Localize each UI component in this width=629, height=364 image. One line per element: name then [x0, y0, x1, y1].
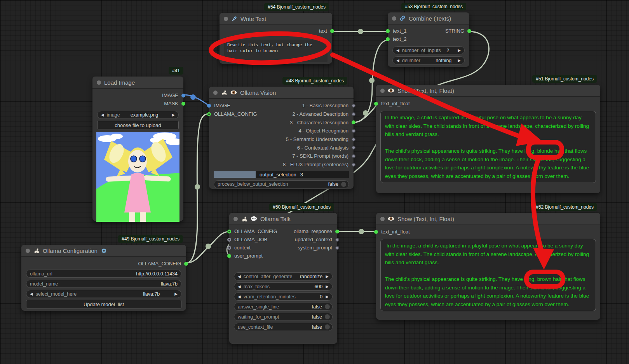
node-titlebar[interactable]: Load Image: [92, 77, 183, 88]
widget-label: number_of_inputs: [402, 48, 441, 53]
input-port-text2[interactable]: [386, 37, 390, 41]
output-port-image[interactable]: [181, 94, 185, 98]
widget-label: control_after_generate: [244, 274, 293, 279]
decrement-arrow-icon[interactable]: [396, 49, 399, 52]
choose-file-button[interactable]: choose file to upload: [97, 121, 179, 129]
max-tokens-widget[interactable]: max_tokens 600: [234, 282, 333, 291]
node-badge: #52 Bjornulf_custom_nodes: [532, 203, 597, 211]
node-graph-canvas[interactable]: #54 Bjornulf_custom_nodes Write Text tex…: [0, 0, 629, 364]
input-label: context: [234, 245, 251, 251]
node-show-text-52[interactable]: #52 Bjornulf_custom_nodes Show (Text, In…: [376, 213, 600, 320]
input-port-ollama-config[interactable]: [227, 230, 231, 233]
select-model-widget[interactable]: select_model_here llava:7b: [26, 290, 181, 298]
output-port-1[interactable]: [352, 104, 355, 108]
prompt-textarea[interactable]: Rewrite this text, but change the hair c…: [224, 40, 328, 62]
node-titlebar[interactable]: Ollama Talk: [229, 213, 337, 225]
node-combine-texts[interactable]: #53 Bjornulf_custom_nodes Combine (Texts…: [388, 12, 469, 67]
collapse-dot[interactable]: [224, 17, 228, 21]
delimiter-widget[interactable]: delimiter nothing: [392, 56, 465, 64]
node-ollama-vision[interactable]: #48 Bjornulf_custom_nodes Ollama Vision …: [209, 87, 354, 189]
output-label: 7 - SDXL Prompt (words): [292, 153, 348, 159]
output-port-text[interactable]: [330, 29, 334, 33]
increment-arrow-icon[interactable]: [326, 285, 329, 289]
input-port-context[interactable]: [227, 246, 231, 250]
node-titlebar[interactable]: Ollama Configuration: [21, 245, 186, 256]
output-selection-slider[interactable]: output_selection 3: [214, 171, 349, 178]
input-port-ollama-job[interactable]: [227, 238, 231, 242]
next-arrow-icon[interactable]: [172, 113, 175, 117]
output-port-8[interactable]: [352, 163, 355, 167]
prev-arrow-icon[interactable]: [238, 275, 241, 279]
toggle-knob[interactable]: [325, 304, 330, 309]
node-titlebar[interactable]: Show (Text, Int, Float): [376, 213, 600, 225]
input-port-image[interactable]: [207, 104, 211, 108]
wire-config-to-vision: [186, 114, 209, 263]
collapse-dot[interactable]: [233, 217, 238, 221]
widget-value: llava:7b: [143, 291, 160, 297]
node-load-image[interactable]: #41 Load Image IMAGE MASK image example.…: [92, 77, 183, 221]
node-titlebar[interactable]: Combine (Texts): [388, 12, 469, 24]
output-port-2[interactable]: [352, 112, 355, 116]
widget-label: max_tokens: [244, 284, 270, 289]
widget-label: waiting_for_prompt: [238, 314, 279, 320]
input-port-text-int-float[interactable]: [374, 230, 378, 234]
input-port-text-int-float[interactable]: [374, 102, 378, 106]
node-ollama-talk[interactable]: #50 Bjornulf_custom_nodes Ollama Talk OL…: [229, 213, 337, 344]
decrement-arrow-icon[interactable]: [238, 295, 241, 299]
model-name-field[interactable]: model_name llava:7b: [26, 280, 181, 288]
node-write-text[interactable]: #54 Bjornulf_custom_nodes Write Text tex…: [220, 13, 332, 64]
increment-arrow-icon[interactable]: [458, 59, 461, 63]
output-port-ollama-config[interactable]: [184, 262, 188, 266]
output-port-4[interactable]: [352, 129, 355, 133]
node-badge: #51 Bjornulf_custom_nodes: [532, 75, 597, 83]
increment-arrow-icon[interactable]: [326, 295, 329, 299]
number-of-inputs-widget[interactable]: number_of_inputs 2: [392, 46, 465, 54]
prev-arrow-icon[interactable]: [30, 292, 33, 296]
output-port-updated-context[interactable]: [335, 238, 339, 242]
output-port-6[interactable]: [352, 146, 355, 150]
collapse-dot[interactable]: [380, 89, 385, 93]
collapse-dot[interactable]: [392, 16, 396, 21]
slider-label: output_selection: [260, 172, 296, 178]
next-arrow-icon[interactable]: [174, 292, 178, 296]
collapse-dot[interactable]: [26, 249, 30, 253]
toggle-knob[interactable]: [341, 182, 346, 187]
vram-retention-widget[interactable]: vram_retention_minutes 0: [234, 293, 333, 301]
use-context-file-toggle[interactable]: use_context_file false: [234, 323, 333, 331]
prev-arrow-icon[interactable]: [101, 113, 104, 117]
output-port-mask[interactable]: [181, 102, 185, 106]
image-file-widget[interactable]: image example.png: [97, 111, 179, 119]
node-titlebar[interactable]: Show (Text, Int, Float): [376, 85, 600, 96]
control-after-generate-widget[interactable]: control_after_generate randomize: [234, 272, 333, 280]
output-port-7[interactable]: [352, 154, 355, 158]
answer-single-line-toggle[interactable]: answer_single_line false: [234, 303, 333, 311]
toggle-knob[interactable]: [325, 324, 330, 329]
next-arrow-icon[interactable]: [326, 275, 329, 279]
input-port-user-prompt[interactable]: [227, 254, 231, 258]
output-port-ollama-response[interactable]: [335, 230, 339, 233]
node-badge: #50 Bjornulf_custom_nodes: [269, 203, 334, 211]
node-titlebar[interactable]: Ollama Vision: [209, 87, 354, 98]
output-label: text: [319, 28, 327, 34]
waiting-for-prompt-toggle[interactable]: waiting_for_prompt false: [234, 313, 333, 321]
widget-label: model_name: [30, 281, 58, 287]
decrement-arrow-icon[interactable]: [396, 59, 399, 63]
input-port-ollama-config[interactable]: [207, 112, 211, 116]
decrement-arrow-icon[interactable]: [238, 285, 241, 289]
output-port-5[interactable]: [352, 138, 355, 141]
toggle-knob[interactable]: [325, 314, 330, 319]
collapse-dot[interactable]: [380, 217, 385, 221]
output-port-3[interactable]: [352, 120, 355, 124]
process-below-toggle[interactable]: process_below_output_selection false: [214, 180, 349, 188]
increment-arrow-icon[interactable]: [458, 49, 461, 52]
node-show-text-51[interactable]: #51 Bjornulf_custom_nodes Show (Text, In…: [376, 85, 600, 193]
output-port-string[interactable]: [467, 29, 471, 33]
ollama-url-field[interactable]: ollama_url http://0.0.0.0:11434: [26, 270, 181, 278]
input-port-text1[interactable]: [386, 29, 390, 33]
node-titlebar[interactable]: Write Text: [220, 13, 332, 24]
node-ollama-configuration[interactable]: #49 Bjornulf_custom_nodes Ollama Configu…: [21, 245, 186, 311]
collapse-dot[interactable]: [97, 80, 101, 85]
update-model-list-button[interactable]: Update model_list: [26, 300, 181, 308]
output-port-system-prompt[interactable]: [335, 246, 339, 250]
collapse-dot[interactable]: [213, 91, 218, 95]
